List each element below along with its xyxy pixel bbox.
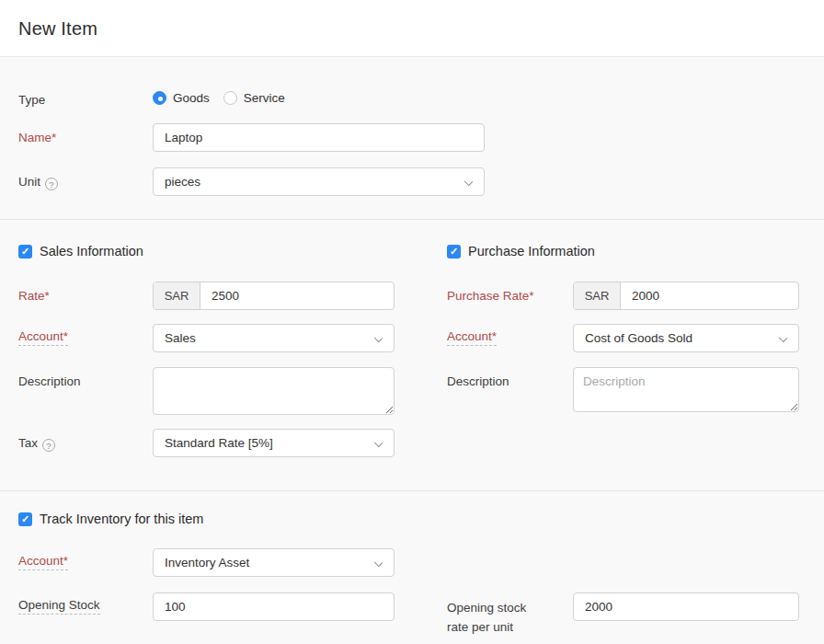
section-divider bbox=[0, 490, 824, 491]
track-inventory-label: Track Inventory for this item bbox=[40, 512, 203, 526]
sales-account-label: Account* bbox=[18, 328, 68, 344]
purchase-account-label: Account* bbox=[447, 328, 497, 344]
inventory-account-select[interactable]: Inventory Asset bbox=[153, 548, 395, 577]
checkbox-checked-icon[interactable]: ✓ bbox=[18, 512, 32, 526]
inventory-account-value: Inventory Asset bbox=[165, 556, 366, 569]
page-header: New Item bbox=[0, 0, 824, 57]
chevron-down-icon bbox=[374, 334, 383, 342]
type-label: Type bbox=[18, 92, 45, 108]
sales-description-textarea[interactable] bbox=[153, 367, 395, 415]
tax-label: Tax? bbox=[18, 435, 55, 452]
unit-select-value: pieces bbox=[165, 175, 456, 189]
tax-select[interactable]: Standard Rate [5%] bbox=[153, 429, 395, 457]
rate-input-group: SAR bbox=[153, 282, 395, 310]
opening-stock-label: Opening Stock bbox=[18, 597, 100, 613]
opening-stock-rate-input[interactable] bbox=[573, 592, 799, 621]
tax-help-icon[interactable]: ? bbox=[42, 439, 55, 452]
rate-label: Rate* bbox=[18, 288, 50, 304]
sales-account-select[interactable]: Sales bbox=[153, 324, 395, 352]
inventory-account-label: Account* bbox=[18, 553, 68, 569]
purchase-rate-input-group: SAR bbox=[573, 282, 799, 310]
page-title: New Item bbox=[18, 18, 97, 40]
unit-label: Unit? bbox=[18, 174, 58, 190]
purchase-description-textarea[interactable] bbox=[573, 367, 799, 412]
opening-stock-input[interactable] bbox=[153, 592, 395, 621]
rate-input[interactable] bbox=[200, 282, 394, 309]
chevron-down-icon bbox=[374, 558, 383, 567]
checkbox-checked-icon[interactable]: ✓ bbox=[18, 245, 32, 259]
purchase-rate-label: Purchase Rate* bbox=[447, 288, 534, 304]
purchase-account-value: Cost of Goods Sold bbox=[585, 331, 771, 345]
currency-prefix: SAR bbox=[154, 282, 200, 309]
new-item-form: New Item Type Goods Service Name* Unit? … bbox=[0, 0, 824, 644]
sales-description-label: Description bbox=[18, 374, 81, 389]
chevron-down-icon bbox=[779, 334, 787, 342]
tax-select-value: Standard Rate [5%] bbox=[165, 436, 366, 450]
sales-account-value: Sales bbox=[165, 331, 366, 345]
chevron-down-icon bbox=[374, 439, 383, 447]
unit-select[interactable]: pieces bbox=[153, 167, 485, 196]
purchase-description-label: Description bbox=[447, 374, 509, 389]
name-label: Name* bbox=[18, 130, 56, 145]
unit-help-icon[interactable]: ? bbox=[45, 178, 58, 190]
purchase-account-select[interactable]: Cost of Goods Sold bbox=[573, 324, 799, 352]
type-radio-group: Goods Service bbox=[153, 91, 299, 105]
radio-service-label: Service bbox=[244, 91, 285, 105]
checkbox-checked-icon[interactable]: ✓ bbox=[447, 245, 461, 259]
radio-goods-label: Goods bbox=[173, 91, 210, 105]
purchase-information-checkbox[interactable]: ✓ Purchase Information bbox=[447, 244, 595, 259]
radio-service[interactable]: Service bbox=[223, 91, 285, 105]
purchase-information-label: Purchase Information bbox=[468, 244, 595, 259]
name-input[interactable] bbox=[153, 123, 485, 152]
radio-service-icon[interactable] bbox=[223, 91, 237, 105]
currency-prefix: SAR bbox=[574, 282, 621, 309]
sales-information-label: Sales Information bbox=[40, 244, 143, 259]
sales-information-checkbox[interactable]: ✓ Sales Information bbox=[18, 244, 143, 259]
purchase-rate-input[interactable] bbox=[621, 282, 798, 309]
track-inventory-checkbox[interactable]: ✓ Track Inventory for this item bbox=[18, 512, 203, 526]
chevron-down-icon bbox=[464, 178, 473, 186]
radio-goods[interactable]: Goods bbox=[153, 91, 210, 105]
section-divider bbox=[0, 219, 824, 220]
radio-goods-icon[interactable] bbox=[153, 91, 166, 105]
opening-stock-rate-label: Opening stock rate per unit bbox=[447, 598, 539, 637]
